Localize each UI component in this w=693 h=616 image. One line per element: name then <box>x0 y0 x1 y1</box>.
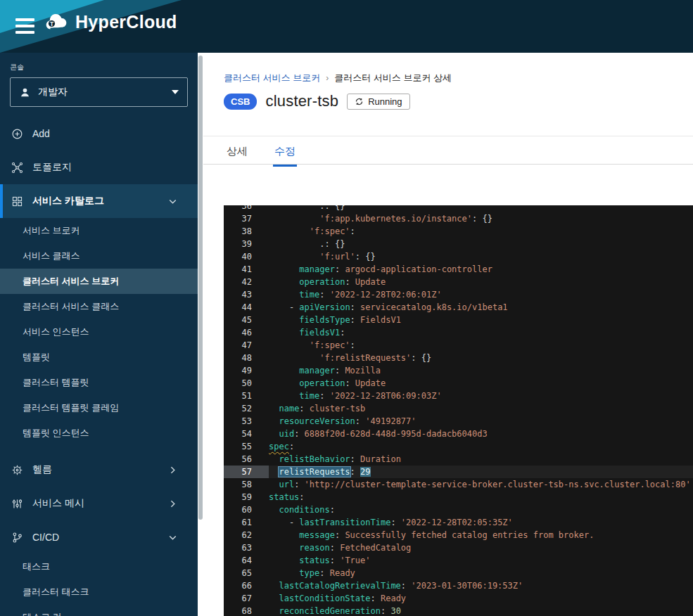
code-text: fieldsV1: <box>269 326 345 339</box>
editor-line[interactable]: 50 operation: Update <box>224 377 693 390</box>
code-token: Ready <box>381 593 406 603</box>
sidebar-scrollbar-thumb[interactable] <box>198 56 203 520</box>
resource-kind-badge: CSB <box>224 94 257 110</box>
code-token: : {} <box>355 252 376 262</box>
editor-line[interactable]: 41 manager: argocd-application-controlle… <box>224 263 693 276</box>
editor-line[interactable]: 58 url: 'http://cluster-template-service… <box>224 478 693 491</box>
line-number: 67 <box>224 592 269 605</box>
editor-line[interactable]: 42 operation: Update <box>224 276 693 288</box>
sidebar-subitem[interactable]: 클러스터 템플릿 클레임 <box>0 395 198 421</box>
sidebar-subitem-label: 클러스터 템플릿 <box>23 376 89 389</box>
code-token: - <box>269 302 299 312</box>
editor-line[interactable]: 37 'f:app.kubernetes.io/instance': {} <box>224 212 693 225</box>
editor-line[interactable]: 55spec: <box>224 440 693 453</box>
brand-logo[interactable]: T HyperCloud <box>44 12 177 32</box>
editor-line[interactable]: 68 reconciledGeneration: 30 <box>224 605 693 616</box>
editor-line[interactable]: 44 - apiVersion: servicecatalog.k8s.io/v… <box>224 301 693 314</box>
svg-text:T: T <box>50 20 54 27</box>
editor-line[interactable]: 66 lastCatalogRetrievalTime: '2023-01-30… <box>224 579 693 592</box>
code-token: relistRequests <box>279 467 350 477</box>
editor-line[interactable]: 67 lastConditionState: Ready <box>224 592 693 605</box>
nav-gap <box>0 446 198 453</box>
sidebar-subitem-label: 클러스터 태스크 <box>23 586 89 598</box>
editor-line[interactable]: 38 'f:spec': <box>224 225 693 238</box>
editor-line[interactable]: 36 .: {} <box>224 205 693 212</box>
helm-icon <box>11 464 23 476</box>
sidebar-item-helm[interactable]: 헬름 <box>0 453 198 487</box>
breadcrumb-parent-link[interactable]: 클러스터 서비스 브로커 <box>224 72 320 84</box>
editor-line[interactable]: 45 fieldsType: FieldsV1 <box>224 314 693 326</box>
tab-edit[interactable]: 수정 <box>273 140 297 167</box>
chevron-down-icon <box>167 195 179 207</box>
editor-line[interactable]: 64 status: 'True' <box>224 554 693 567</box>
editor-line[interactable]: 56 relistBehavior: Duration <box>224 453 693 466</box>
chevron-down-icon <box>167 532 179 544</box>
sidebar-subitem[interactable]: 클러스터 태스크 <box>0 579 198 605</box>
code-token: .: {} <box>269 205 345 211</box>
editor-line[interactable]: 63 reason: FetchedCatalog <box>224 541 693 554</box>
user-icon <box>19 86 31 98</box>
sidebar-subitem[interactable]: 서비스 클래스 <box>0 243 198 269</box>
code-token <box>269 454 279 464</box>
editor-line[interactable]: 62 message: Successfully fetched catalog… <box>224 529 693 541</box>
editor-line[interactable]: 52 name: cluster-tsb <box>224 402 693 415</box>
role-selector[interactable]: 개발자 <box>10 77 188 107</box>
editor-line[interactable]: 54 uid: 6888f20d-628d-448d-995d-dadacb60… <box>224 428 693 440</box>
hamburger-menu-icon[interactable] <box>15 18 34 34</box>
code-text: manager: Mozilla <box>269 364 381 377</box>
editor-line[interactable]: 46 fieldsV1: <box>224 326 693 339</box>
editor-line[interactable]: 51 time: '2022-12-28T06:09:03Z' <box>224 390 693 402</box>
sidebar-item-service-catalog[interactable]: 서비스 카탈로그 <box>0 184 198 218</box>
editor-line[interactable]: 59status: <box>224 491 693 503</box>
sidebar-item-cicd[interactable]: CI/CD <box>0 520 198 554</box>
sidebar-subitem[interactable]: 태스크 런 <box>0 605 198 616</box>
editor-line[interactable]: 40 'f:url': {} <box>224 250 693 263</box>
editor-line[interactable]: 60 conditions: <box>224 503 693 516</box>
sidebar-item-service-mesh[interactable]: 서비스 메시 <box>0 487 198 520</box>
editor-line[interactable]: 49 manager: Mozilla <box>224 364 693 377</box>
code-token: 'f:relistRequests' <box>319 353 411 363</box>
code-token <box>269 543 299 553</box>
code-text: time: '2022-12-28T06:09:03Z' <box>269 390 442 402</box>
line-number: 40 <box>224 250 269 263</box>
code-token: : <box>401 581 411 591</box>
editor-line[interactable]: 57 relistRequests: 29 <box>224 466 693 478</box>
sidebar-subitem[interactable]: 서비스 인스턴스 <box>0 319 198 345</box>
line-number: 66 <box>224 579 269 592</box>
line-number: 55 <box>224 440 269 453</box>
line-number: 46 <box>224 326 269 339</box>
code-token: apiVersion <box>299 302 350 312</box>
yaml-editor[interactable]: 36 .: {}37 'f:app.kubernetes.io/instance… <box>224 205 693 616</box>
editor-line[interactable]: 47 'f:spec': <box>224 339 693 352</box>
editor-line[interactable]: 61 - lastTransitionTime: '2022-12-28T02:… <box>224 516 693 529</box>
editor-line[interactable]: 39 .: {} <box>224 238 693 250</box>
editor-line[interactable]: 43 time: '2022-12-28T02:06:01Z' <box>224 288 693 301</box>
code-token <box>269 340 310 350</box>
code-token <box>269 277 299 287</box>
code-text: 'f:relistRequests': {} <box>269 352 431 364</box>
catalog-icon <box>11 195 23 207</box>
line-number: 51 <box>224 390 269 402</box>
chevron-right-icon <box>167 498 179 510</box>
sidebar-item-topology[interactable]: 토폴로지 <box>0 150 198 184</box>
sidebar-subitem[interactable]: 템플릿 <box>0 345 198 370</box>
code-token: fieldsV1 <box>299 328 340 338</box>
editor-line[interactable]: 48 'f:relistRequests': {} <box>224 352 693 364</box>
sidebar-item-add[interactable]: Add <box>0 117 198 150</box>
sidebar-subitem[interactable]: 태스크 <box>0 554 198 579</box>
code-token: lastTransitionTime <box>299 518 390 527</box>
code-text: fieldsType: FieldsV1 <box>269 314 401 326</box>
editor-line[interactable]: 65 type: Ready <box>224 567 693 579</box>
sidebar-subitem[interactable]: 클러스터 서비스 클래스 <box>0 294 198 319</box>
tab-detail[interactable]: 상세 <box>225 140 249 167</box>
sidebar-scrollbar[interactable] <box>198 53 203 616</box>
editor-line[interactable]: 53 resourceVersion: '49192877' <box>224 415 693 428</box>
code-token: : <box>381 606 390 616</box>
sidebar-subitem[interactable]: 서비스 브로커 <box>0 218 198 243</box>
sidebar-subitem[interactable]: 템플릿 인스턴스 <box>0 421 198 446</box>
sidebar-subitem[interactable]: 클러스터 서비스 브로커 <box>0 269 198 294</box>
code-text: .: {} <box>269 238 345 250</box>
line-number: 42 <box>224 276 269 288</box>
sidebar-subitem[interactable]: 클러스터 템플릿 <box>0 370 198 395</box>
code-token: '49192877' <box>365 416 416 426</box>
